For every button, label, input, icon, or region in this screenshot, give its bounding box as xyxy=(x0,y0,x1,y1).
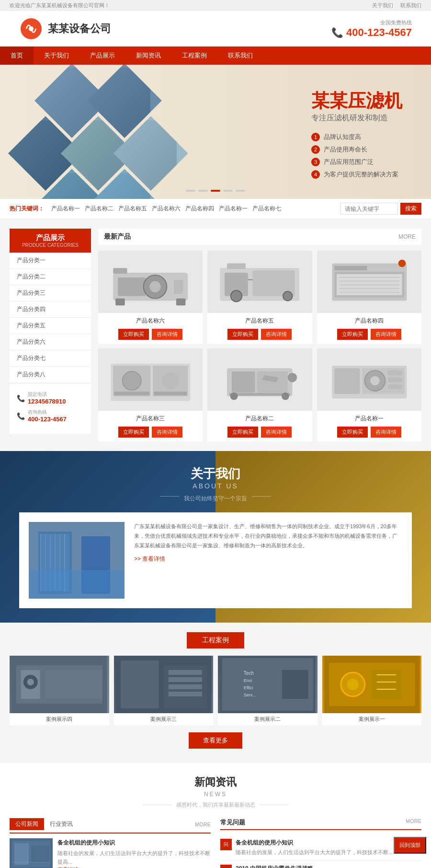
feature-2: 2产品使用寿命长 xyxy=(311,145,402,154)
hotline-label: 全国免费热线 xyxy=(331,19,412,26)
product-name-4: 产品名称二 xyxy=(211,415,308,423)
sidebar-cat-5[interactable]: 产品分类六 xyxy=(10,334,91,350)
svg-text:Envi: Envi xyxy=(244,678,252,683)
about-link[interactable]: 关于我们 xyxy=(372,2,393,9)
about-more-link[interactable]: >> 查看详情 xyxy=(134,555,402,563)
case-card-2: Tech Envi Effici Serv... 案例展示二 xyxy=(218,656,318,725)
news-featured-img xyxy=(10,838,53,868)
dot-2[interactable] xyxy=(198,190,208,192)
dot-1[interactable] xyxy=(186,190,195,192)
sidebar-cat-6[interactable]: 产品分类七 xyxy=(10,350,91,367)
svg-rect-8 xyxy=(115,298,125,305)
news-featured-content: 备全机组的使用小知识 随着社会的发展，人们生活达到平台大大的提升了，科技技术不断… xyxy=(57,838,211,868)
hot-label: 热门关键词： xyxy=(10,205,44,213)
svg-rect-9 xyxy=(176,298,186,305)
nav-item-contact[interactable]: 联系我们 xyxy=(217,46,263,65)
product-img-5 xyxy=(317,348,421,411)
sidebar-header: 产品展示 PRODUCE CATEGORIES xyxy=(10,229,91,253)
hotline-label: 咨询热线 xyxy=(28,409,67,416)
divider-left xyxy=(143,805,171,805)
hot-link-6[interactable]: 产品名称七 xyxy=(252,205,281,213)
case-name-1: 案例展示三 xyxy=(114,713,214,725)
hotline-icon: 📞 xyxy=(17,412,25,420)
product-more-link[interactable]: MORE xyxy=(398,233,416,240)
svg-rect-18 xyxy=(334,266,367,270)
nav-item-home[interactable]: 首页 xyxy=(0,46,34,65)
sidebar-title-cn: 产品展示 xyxy=(17,233,84,243)
case-more-button[interactable]: 查看更多 xyxy=(189,732,242,749)
dot-5[interactable] xyxy=(236,190,245,192)
news-featured-summary: 随着社会的发展，人们生活达到平台大大的提升了，科技技术不断提高... xyxy=(57,849,211,866)
svg-rect-38 xyxy=(229,393,290,395)
about-description: 广东某某机械设备有限公司是一家集设计、生产、维修和销售为一体的同制技术企业。成立… xyxy=(134,522,402,550)
phone-contact: 📞 固定电话 12345678910 xyxy=(17,391,84,405)
product-name-2: 产品名称四 xyxy=(321,317,418,325)
product-btn-inquiry-5[interactable]: 咨询详情 xyxy=(371,427,401,438)
back-to-top-button[interactable]: 回到顶部 xyxy=(394,837,426,854)
dot-3[interactable] xyxy=(211,190,220,192)
news-left-more[interactable]: MORE xyxy=(195,822,211,827)
top-bar-text: 欢迎光临广东某某机械设备有限公司官网！ xyxy=(10,2,110,9)
nav-item-about[interactable]: 关于我们 xyxy=(34,46,79,65)
news-tab-industry[interactable]: 行业资讯 xyxy=(44,818,79,830)
news-tab-company[interactable]: 公司新闻 xyxy=(10,818,44,830)
svg-rect-6 xyxy=(174,279,183,293)
product-btn-detail-0[interactable]: 立即购买 xyxy=(118,329,149,340)
product-btn-detail-1[interactable]: 立即购买 xyxy=(227,329,258,340)
news-right-col-header: 常见问题 MORE xyxy=(220,818,421,830)
about-title-cn: 关于我们 xyxy=(10,465,421,482)
hot-link-1[interactable]: 产品名称二 xyxy=(85,205,113,213)
product-name-3: 产品名称三 xyxy=(102,415,199,423)
feature-1: 1品牌认知度高 xyxy=(311,133,402,141)
product-info-0: 产品名称六 立即购买 咨询详情 xyxy=(98,313,203,344)
product-card-2: 产品名称四 立即购买 咨询详情 xyxy=(317,251,421,344)
sidebar-cat-4[interactable]: 产品分类五 xyxy=(10,318,91,334)
svg-point-14 xyxy=(283,291,293,301)
hot-link-0[interactable]: 产品名称一 xyxy=(51,205,80,213)
contact-link[interactable]: 联系我们 xyxy=(400,2,421,9)
product-btn-detail-4[interactable]: 立即购买 xyxy=(227,427,258,438)
product-card-5: 产品名称一 立即购买 咨询详情 xyxy=(317,348,421,441)
nav-item-news[interactable]: 新闻资讯 xyxy=(125,46,171,65)
sidebar-cat-0[interactable]: 产品分类一 xyxy=(10,253,91,269)
case-name-2: 案例展示二 xyxy=(218,713,318,725)
product-btn-detail-5[interactable]: 立即购买 xyxy=(337,427,368,438)
about-overlay: 关于我们 ABOUT US 我公司始终坚守一个宗旨 xyxy=(0,451,431,623)
hot-link-2[interactable]: 产品名称五 xyxy=(118,205,147,213)
hot-link-3[interactable]: 产品名称六 xyxy=(152,205,181,213)
news-right-more-link[interactable]: MORE xyxy=(406,818,421,827)
product-btn-detail-2[interactable]: 立即购买 xyxy=(337,329,368,340)
hot-link-4[interactable]: 产品名称四 xyxy=(185,205,214,213)
product-img-4 xyxy=(207,348,312,411)
svg-point-1 xyxy=(29,26,34,31)
product-card-1: 产品名称五 立即购买 咨询详情 xyxy=(207,251,312,344)
news-featured-title: 备全机组的使用小知识 xyxy=(57,838,211,847)
nav-item-cases[interactable]: 工程案例 xyxy=(171,46,217,65)
news-left-col: 公司新闻 行业资讯 MORE 备全机组的使用小知识 xyxy=(10,818,211,868)
product-btn-inquiry-3[interactable]: 咨询详情 xyxy=(152,427,182,438)
nav-item-products[interactable]: 产品展示 xyxy=(79,46,125,65)
product-btn-inquiry-1[interactable]: 咨询详情 xyxy=(261,329,292,340)
product-card-0: 产品名称六 立即购买 咨询详情 xyxy=(98,251,203,344)
news-divider: 感恩时代，我们共享最新最新动态 xyxy=(10,801,421,809)
hot-link-5[interactable]: 产品名称一 xyxy=(219,205,248,213)
product-btn-inquiry-0[interactable]: 咨询详情 xyxy=(152,329,182,340)
search-input[interactable] xyxy=(340,203,398,215)
phone-num: 12345678910 xyxy=(28,398,66,405)
sidebar-cat-2[interactable]: 产品分类三 xyxy=(10,285,91,301)
search-button[interactable]: 搜索 xyxy=(400,203,421,215)
sidebar-cat-3[interactable]: 产品分类四 xyxy=(10,301,91,318)
case-card-3: 案例展示一 xyxy=(322,656,422,725)
case-img-3 xyxy=(322,656,422,713)
product-info-3: 产品名称三 立即购买 咨询详情 xyxy=(98,411,203,441)
svg-point-40 xyxy=(282,392,289,400)
sidebar-cat-1[interactable]: 产品分类二 xyxy=(10,269,91,285)
sidebar-cat-7[interactable]: 产品分类八 xyxy=(10,367,91,383)
dot-4[interactable] xyxy=(223,190,233,192)
product-btn-detail-3[interactable]: 立即购买 xyxy=(118,427,149,438)
product-info-5: 产品名称一 立即购买 咨询详情 xyxy=(317,411,421,441)
banner-dots xyxy=(186,190,245,192)
product-btn-inquiry-4[interactable]: 咨询详情 xyxy=(261,427,292,438)
product-btn-inquiry-2[interactable]: 咨询详情 xyxy=(371,329,401,340)
banner-content: 某某压滤机 专注压滤机研发和制造 1品牌认知度高 2产品使用寿命长 3产品应用范… xyxy=(311,89,402,183)
